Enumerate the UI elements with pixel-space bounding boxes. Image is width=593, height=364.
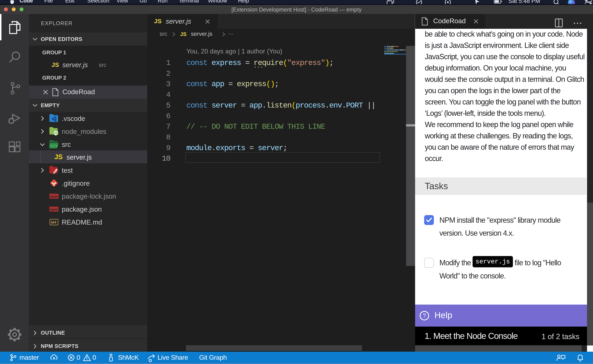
svg-text:M: M	[51, 221, 54, 225]
svg-text:?: ?	[423, 312, 426, 319]
svg-text:npm: npm	[50, 208, 58, 211]
svg-text:npm: npm	[50, 195, 58, 198]
svg-text:</>: </>	[50, 144, 58, 149]
svg-text:JS: JS	[54, 131, 57, 135]
